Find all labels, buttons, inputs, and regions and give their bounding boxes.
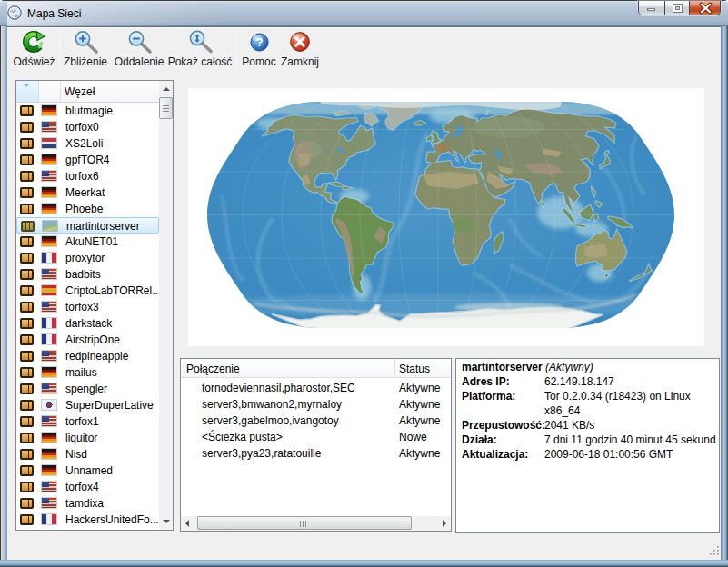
svg-text:?: ? — [255, 35, 263, 49]
